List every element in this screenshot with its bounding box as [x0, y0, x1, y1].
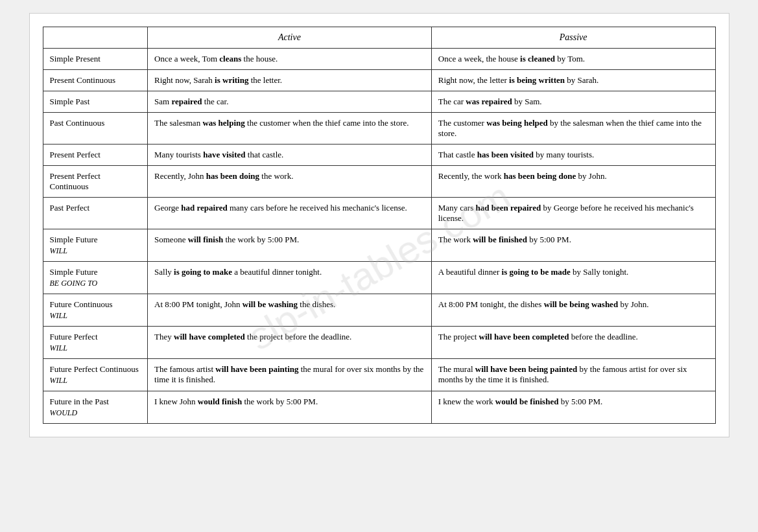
- passive-verb: will have been completed: [479, 332, 569, 341]
- tense-sub: WILL: [50, 343, 141, 353]
- tense-name: Past Perfect: [50, 203, 90, 213]
- tense-cell: Present Perfect Continuous: [43, 166, 148, 198]
- passive-cell: Once a week, the house is cleaned by Tom…: [431, 49, 715, 70]
- passive-cell: The car was repaired by Sam.: [431, 91, 715, 113]
- active-cell: Right now, Sarah is writing the letter.: [148, 70, 432, 91]
- passive-cell: The customer was being helped by the sal…: [431, 113, 715, 145]
- passive-cell: Many cars had been repaired by George be…: [431, 198, 715, 229]
- passive-verb: was being helped: [486, 118, 548, 128]
- tense-cell: Present Perfect: [43, 145, 148, 166]
- tense-sub: WILL: [50, 311, 141, 321]
- active-cell: The famous artist will have been paintin…: [148, 359, 432, 391]
- active-cell: I knew John would finish the work by 5:0…: [148, 391, 432, 424]
- active-verb: was helping: [202, 118, 244, 128]
- active-cell: At 8:00 PM tonight, John will be washing…: [148, 294, 432, 327]
- tense-name: Simple Past: [50, 97, 90, 106]
- tense-name: Simple Present: [50, 54, 101, 64]
- passive-cell: That castle has been visited by many tou…: [431, 145, 715, 166]
- tense-name: Future in the Past: [50, 397, 109, 406]
- tense-name: Present Perfect Continuous: [50, 171, 101, 191]
- passive-verb: had been repaired: [476, 203, 541, 213]
- active-verb: have visited: [203, 150, 245, 159]
- active-verb: will have been painting: [215, 364, 298, 374]
- active-cell: The salesman was helping the customer wh…: [148, 113, 432, 145]
- passive-verb: will have been being painted: [475, 364, 577, 374]
- tense-sub: WILL: [50, 376, 141, 386]
- passive-verb: was repaired: [466, 97, 512, 106]
- tense-cell: Past Continuous: [43, 113, 148, 145]
- passive-cell: Right now, the letter is being written b…: [431, 70, 715, 91]
- passive-cell: The mural will have been being painted b…: [431, 359, 715, 391]
- tense-cell: Future in the PastWOULD: [43, 391, 148, 424]
- tense-sub: BE GOING TO: [50, 279, 141, 288]
- tense-name: Past Continuous: [50, 118, 105, 128]
- tense-name: Simple Future: [50, 267, 98, 277]
- header-tense: [43, 27, 148, 49]
- passive-verb: is being written: [509, 75, 565, 85]
- passive-verb: is going to be made: [502, 267, 571, 277]
- active-verb: will finish: [188, 235, 224, 244]
- page: Active Passive Simple PresentOnce a week…: [29, 13, 729, 437]
- passive-cell: The project will have been completed bef…: [431, 327, 715, 359]
- active-cell: Many tourists have visited that castle.: [148, 145, 432, 166]
- active-verb: cleans: [219, 54, 241, 64]
- passive-verb: will be being washed: [544, 299, 619, 309]
- active-verb: had repaired: [181, 203, 227, 213]
- tense-cell: Present Continuous: [43, 70, 148, 91]
- passive-verb: has been visited: [477, 150, 534, 159]
- active-verb: has been doing: [206, 171, 259, 181]
- passive-verb: is cleaned: [520, 54, 555, 64]
- tense-cell: Past Perfect: [43, 198, 148, 229]
- passive-cell: Recently, the work has been being done b…: [431, 166, 715, 198]
- tense-cell: Simple Past: [43, 91, 148, 113]
- tense-sub: WILL: [50, 246, 141, 256]
- header-passive: Passive: [431, 27, 715, 49]
- active-verb: is writing: [215, 75, 248, 85]
- passive-verb: will be finished: [473, 235, 527, 244]
- active-verb: will have completed: [174, 332, 245, 341]
- tense-cell: Simple FutureWILL: [43, 229, 148, 262]
- active-verb: would finish: [198, 397, 242, 406]
- active-cell: Once a week, Tom cleans the house.: [148, 49, 432, 70]
- passive-cell: At 8:00 PM tonight, the dishes will be b…: [431, 294, 715, 327]
- active-cell: Recently, John has been doing the work.: [148, 166, 432, 198]
- passive-cell: I knew the work would be finished by 5:0…: [431, 391, 715, 424]
- active-cell: Someone will finish the work by 5:00 PM.: [148, 229, 432, 262]
- active-cell: George had repaired many cars before he …: [148, 198, 432, 229]
- tense-cell: Future Perfect ContinuousWILL: [43, 359, 148, 391]
- tense-cell: Simple FutureBE GOING TO: [43, 262, 148, 294]
- tense-cell: Future PerfectWILL: [43, 327, 148, 359]
- passive-verb: has been being done: [504, 171, 576, 181]
- header-active: Active: [148, 27, 432, 49]
- passive-verb: would be finished: [495, 397, 559, 406]
- active-verb: is going to make: [174, 267, 232, 277]
- tense-name: Future Perfect Continuous: [50, 364, 139, 374]
- tense-name: Simple Future: [50, 235, 98, 244]
- active-cell: Sally is going to make a beautiful dinne…: [148, 262, 432, 294]
- active-verb: repaired: [171, 97, 202, 106]
- tense-cell: Simple Present: [43, 49, 148, 70]
- tense-name: Present Continuous: [50, 75, 115, 85]
- tense-name: Present Perfect: [50, 150, 101, 159]
- active-cell: Sam repaired the car.: [148, 91, 432, 113]
- passive-cell: A beautiful dinner is going to be made b…: [431, 262, 715, 294]
- tense-cell: Future ContinuousWILL: [43, 294, 148, 327]
- tense-name: Future Perfect: [50, 332, 98, 341]
- active-cell: They will have completed the project bef…: [148, 327, 432, 359]
- tense-name: Future Continuous: [50, 299, 113, 309]
- tense-sub: WOULD: [50, 408, 141, 418]
- grammar-table: Active Passive Simple PresentOnce a week…: [43, 27, 716, 424]
- passive-cell: The work will be finished by 5:00 PM.: [431, 229, 715, 262]
- active-verb: will be washing: [243, 299, 298, 309]
